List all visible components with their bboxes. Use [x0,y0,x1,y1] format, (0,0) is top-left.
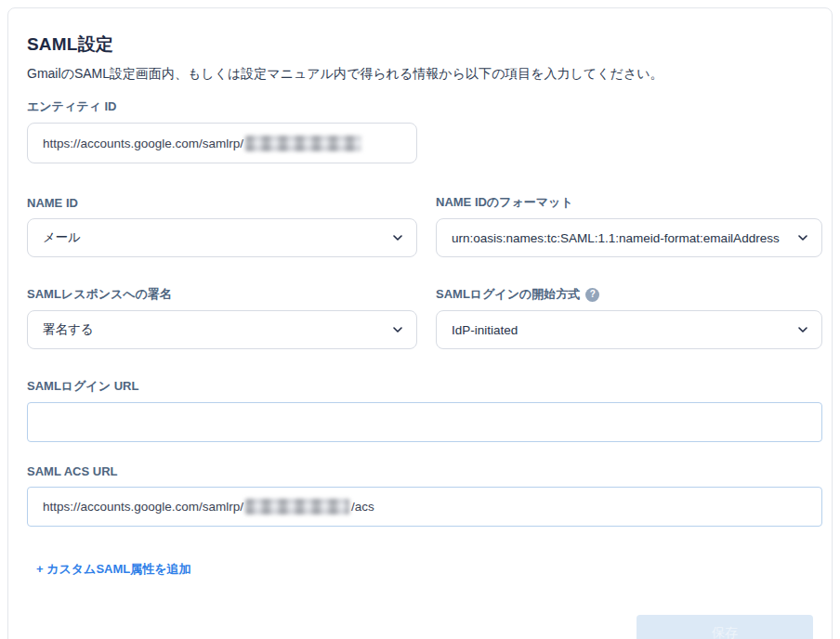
saml-acs-url-label: SAML ACS URL [27,463,813,478]
name-id-format-label-text: NAME IDのフォーマット [436,194,573,211]
saml-acs-url-label-text: SAML ACS URL [27,464,118,478]
name-id-select[interactable]: メール [27,218,417,257]
login-initiation-label: SAMLログインの開始方式 ? [436,287,822,302]
save-button[interactable]: 保存 [637,615,813,639]
chevron-down-icon [391,231,404,244]
name-id-format-selected-value: urn:oasis:names:tc:SAML:1.1:nameid-forma… [452,231,780,245]
entity-id-label-text: エンティティ ID [27,98,116,115]
saml-settings-card: SAML設定 GmailのSAML設定画面内、もしくは設定マニュアル内で得られる… [7,7,833,639]
entity-id-value: https://accounts.google.com/samlrp/ [43,137,243,150]
help-icon[interactable]: ? [585,288,599,302]
saml-acs-url-field: SAML ACS URL https://accounts.google.com… [27,463,813,527]
name-id-label-text: NAME ID [27,196,78,210]
saml-login-url-field: SAMLログイン URL [27,379,813,442]
chevron-down-icon [796,231,809,244]
actions-bar: 保存 [27,615,813,639]
entity-id-field: エンティティ ID https://accounts.google.com/sa… [27,99,417,163]
login-initiation-selected-value: IdP-initiated [452,323,518,337]
saml-acs-url-value-suffix: /acs [351,500,374,514]
name-id-row: NAME ID メール NAME IDのフォーマット urn:oasis:nam… [27,195,813,257]
login-initiation-label-text: SAMLログインの開始方式 [436,286,580,303]
name-id-format-label: NAME IDのフォーマット [436,195,822,210]
chevron-down-icon [796,323,809,336]
saml-login-url-label: SAMLログイン URL [27,379,813,394]
name-id-format-field: NAME IDのフォーマット urn:oasis:names:tc:SAML:1… [436,195,822,257]
login-initiation-select[interactable]: IdP-initiated [436,310,822,349]
add-custom-saml-attribute-link[interactable]: + カスタムSAML属性を追加 [36,561,191,578]
response-signing-selected-value: 署名する [43,321,94,338]
saml-login-url-input[interactable] [27,402,822,442]
page-title: SAML設定 [27,33,813,57]
saml-login-url-label-text: SAMLログイン URL [27,378,138,395]
name-id-format-select[interactable]: urn:oasis:names:tc:SAML:1.1:nameid-forma… [436,218,822,257]
entity-id-label: エンティティ ID [27,99,417,114]
saml-acs-url-value-prefix: https://accounts.google.com/samlrp/ [43,500,243,514]
response-signing-label: SAMLレスポンスへの署名 [27,287,417,302]
redacted-text [245,136,361,151]
name-id-field: NAME ID メール [27,195,417,257]
page-description: GmailのSAML設定画面内、もしくは設定マニュアル内で得られる情報から以下の… [27,66,813,83]
entity-id-input[interactable]: https://accounts.google.com/samlrp/ [27,123,417,163]
response-signing-field: SAMLレスポンスへの署名 署名する [27,287,417,349]
redacted-text [245,499,349,515]
chevron-down-icon [391,323,404,336]
login-initiation-field: SAMLログインの開始方式 ? IdP-initiated [436,287,822,349]
name-id-label: NAME ID [27,195,417,210]
signing-row: SAMLレスポンスへの署名 署名する SAMLログインの開始方式 ? IdP-i… [27,287,813,349]
name-id-selected-value: メール [43,229,81,246]
response-signing-label-text: SAMLレスポンスへの署名 [27,286,172,303]
response-signing-select[interactable]: 署名する [27,310,417,349]
saml-acs-url-input[interactable]: https://accounts.google.com/samlrp//acs [27,487,822,527]
